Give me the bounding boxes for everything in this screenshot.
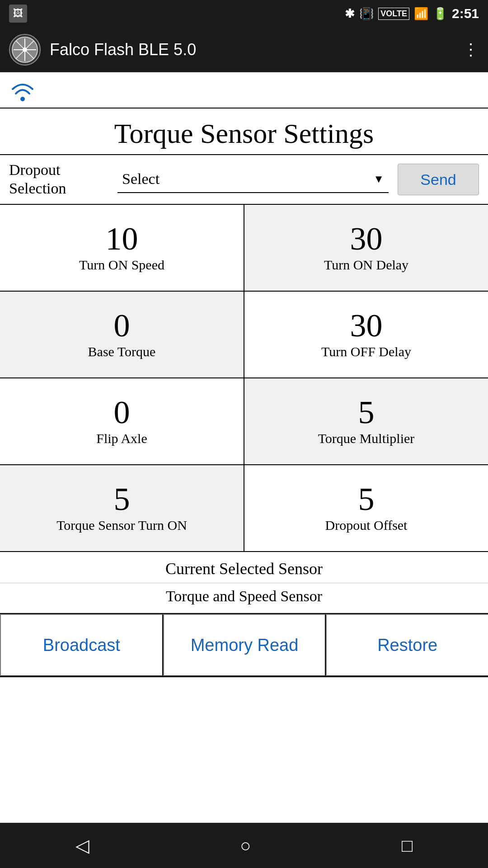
current-sensor-label: Current Selected Sensor	[0, 552, 488, 583]
base-torque-label: Base Torque	[88, 344, 156, 360]
app-logo	[9, 34, 41, 66]
photo-icon: 🖼	[9, 5, 27, 23]
volte-badge: VOLTE	[378, 8, 409, 20]
dropout-select[interactable]: Select ▼	[117, 166, 389, 193]
torque-multiplier-label: Torque Multiplier	[318, 430, 415, 447]
dropout-offset-label: Dropout Offset	[325, 517, 408, 533]
signal-area	[0, 72, 488, 108]
base-torque-value: 0	[114, 309, 130, 342]
flip-axle-label: Flip Axle	[96, 430, 147, 447]
back-icon[interactable]: ◁	[75, 835, 89, 856]
torque-sensor-turn-on-label: Torque Sensor Turn ON	[56, 517, 187, 533]
app-title: Falco Flash BLE 5.0	[50, 40, 463, 59]
current-sensor-value: Torque and Speed Sensor	[0, 583, 488, 613]
page-title: Torque Sensor Settings	[5, 118, 483, 150]
dropout-selection-row: DropoutSelection Select ▼ Send	[0, 155, 488, 205]
dropout-select-text: Select	[122, 170, 373, 188]
restore-button[interactable]: Restore	[326, 614, 488, 676]
grid-row: 0 Base Torque 30 Turn OFF Delay	[0, 292, 488, 378]
torque-sensor-turn-on-cell[interactable]: 5 Torque Sensor Turn ON	[0, 465, 244, 551]
app-bar: Falco Flash BLE 5.0 ⋮	[0, 27, 488, 72]
dropout-label: DropoutSelection	[9, 161, 108, 198]
nav-bar: ◁ ○ □	[0, 823, 488, 868]
turn-off-delay-label: Turn OFF Delay	[321, 344, 411, 360]
turn-on-speed-label: Turn ON Speed	[79, 257, 164, 273]
home-icon[interactable]: ○	[240, 835, 251, 856]
turn-on-speed-cell[interactable]: 10 Turn ON Speed	[0, 205, 244, 291]
recent-apps-icon[interactable]: □	[402, 835, 413, 856]
bottom-buttons: Broadcast Memory Read Restore	[0, 614, 488, 677]
menu-icon[interactable]: ⋮	[463, 40, 479, 59]
svg-point-5	[23, 47, 27, 52]
turn-off-delay-cell[interactable]: 30 Turn OFF Delay	[244, 292, 488, 377]
bluetooth-icon: ✱	[345, 7, 355, 21]
ble-signal-icon	[9, 76, 36, 104]
data-grid: 10 Turn ON Speed 30 Turn ON Delay 0 Base…	[0, 205, 488, 552]
flip-axle-cell[interactable]: 0 Flip Axle	[0, 378, 244, 464]
chevron-down-icon: ▼	[373, 173, 384, 185]
dropout-offset-cell[interactable]: 5 Dropout Offset	[244, 465, 488, 551]
torque-sensor-turn-on-value: 5	[114, 483, 130, 515]
torque-multiplier-cell[interactable]: 5 Torque Multiplier	[244, 378, 488, 464]
status-bar: 🖼 ✱ 📳 VOLTE 📶 🔋 2:51	[0, 0, 488, 27]
memory-read-button[interactable]: Memory Read	[163, 614, 326, 676]
base-torque-cell[interactable]: 0 Base Torque	[0, 292, 244, 377]
turn-off-delay-value: 30	[350, 309, 383, 342]
broadcast-button[interactable]: Broadcast	[0, 614, 163, 676]
dropout-offset-value: 5	[358, 483, 375, 515]
send-button[interactable]: Send	[398, 164, 479, 195]
turn-on-delay-value: 30	[350, 222, 383, 255]
signal-icon: 📶	[414, 7, 428, 21]
turn-on-delay-label: Turn ON Delay	[324, 257, 408, 273]
grid-row: 5 Torque Sensor Turn ON 5 Dropout Offset	[0, 465, 488, 551]
battery-icon: 🔋	[433, 7, 447, 21]
sensor-info: Current Selected Sensor Torque and Speed…	[0, 552, 488, 614]
turn-on-speed-value: 10	[106, 222, 138, 255]
grid-row: 0 Flip Axle 5 Torque Multiplier	[0, 378, 488, 465]
turn-on-delay-cell[interactable]: 30 Turn ON Delay	[244, 205, 488, 291]
torque-multiplier-value: 5	[358, 396, 375, 429]
page-title-area: Torque Sensor Settings	[0, 108, 488, 155]
status-time: 2:51	[452, 6, 479, 21]
vibrate-icon: 📳	[359, 7, 374, 21]
flip-axle-value: 0	[114, 396, 130, 429]
grid-row: 10 Turn ON Speed 30 Turn ON Delay	[0, 205, 488, 292]
